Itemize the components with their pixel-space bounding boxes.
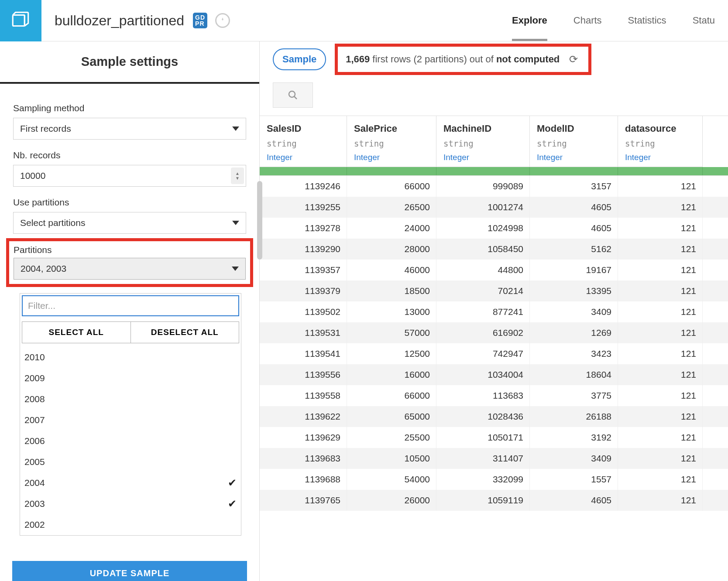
use-partitions-select[interactable]: Select partitions [13,212,246,234]
gdpr-badge: GD PR [193,13,207,28]
column-meaning[interactable]: Integer [443,153,522,162]
table-cell: 3775 [530,385,618,406]
table-cell: 1139502 [260,301,347,322]
column-search-input[interactable] [273,82,313,108]
partition-option[interactable]: 2007 [22,410,239,431]
sample-count: 1,669 [346,54,370,65]
table-cell: 25500 [347,427,436,448]
column-meaning[interactable]: Integer [354,153,429,162]
table-cell: 311407 [436,448,530,469]
table-cell: 4605 [530,218,618,239]
column-name: ModelID [537,123,611,134]
table-cell: 1139531 [260,322,347,343]
partitions-filter-input[interactable] [22,295,239,316]
partition-option-label: 2002 [24,519,45,530]
table-cell: 54000 [347,469,436,490]
table-cell: 121 [618,427,703,448]
table-row[interactable]: 1139246660009990893157121 [260,176,728,197]
table-row[interactable]: 113955616000103400418604121 [260,364,728,385]
app-header: bulldozer_partitioned GD PR Explore Char… [0,0,728,41]
table-row[interactable]: 11397652600010591194605121 [260,490,728,511]
partitions-label: Partitions [14,245,246,255]
table-cell: 1139558 [260,385,347,406]
table-cell: 65000 [347,406,436,427]
table-cell: 1001274 [436,197,530,218]
column-header[interactable]: MachineIDstringInteger [436,116,530,167]
use-partitions-value: Select partitions [20,218,85,228]
table-cell: 1139357 [260,260,347,280]
table-cell: 26188 [530,406,618,427]
update-sample-button[interactable]: UPDATE SAMPLE [12,561,247,581]
tab-statistics[interactable]: Statistics [615,0,680,41]
table-cell: 16000 [347,364,436,385]
table-cell: 19167 [530,260,618,280]
table-row[interactable]: 1139379185007021413395121 [260,280,728,301]
column-header[interactable]: ModelIDstringInteger [530,116,618,167]
sample-button[interactable]: Sample [273,48,326,70]
partition-option-label: 2003 [24,499,45,509]
tab-status[interactable]: Statu [680,0,728,41]
partitions-highlight: Partitions 2004, 2003 [6,238,253,287]
partitions-value: 2004, 2003 [21,263,66,274]
partition-option[interactable]: 2010 [22,347,239,368]
table-row[interactable]: 1139688540003320991557121 [260,469,728,490]
table-cell: 121 [618,239,703,260]
partition-option[interactable]: 2002 [22,514,239,535]
partition-option[interactable]: 2003✔ [22,493,239,514]
sampling-method-select[interactable]: First records [13,118,246,140]
column-header[interactable]: datasourcestringInteger [618,116,703,167]
column-meaning[interactable]: Integer [267,153,340,162]
partition-option[interactable]: 2008 [22,389,239,410]
table-row[interactable]: 11392552650010012744605121 [260,197,728,218]
tab-charts[interactable]: Charts [560,0,615,41]
column-storage-type: string [443,139,522,148]
partition-option[interactable]: 2004✔ [22,472,239,493]
table-cell: 999089 [436,176,530,197]
table-cell: 1139246 [260,176,347,197]
partition-option[interactable]: 2005 [22,451,239,472]
column-header[interactable]: SalePricestringInteger [347,116,436,167]
nb-records-input[interactable]: 10000 ▲▼ [13,165,246,187]
table-row[interactable]: 1139558660001136833775121 [260,385,728,406]
table-row[interactable]: 1139541125007429473423121 [260,343,728,364]
table-cell: 113683 [436,385,530,406]
column-meaning[interactable]: Integer [537,153,611,162]
svg-point-1 [289,91,295,97]
column-meaning[interactable]: Integer [625,153,695,162]
table-cell: 1139629 [260,427,347,448]
table-row[interactable]: 113962265000102843626188121 [260,406,728,427]
table-row[interactable]: 11396292550010501713192121 [260,427,728,448]
table-row[interactable]: 11392902800010584505162121 [260,239,728,260]
table-cell: 1269 [530,322,618,343]
table-cell: 18604 [530,364,618,385]
table-cell: 57000 [347,322,436,343]
table-row[interactable]: 1139502130008772413409121 [260,301,728,322]
table-row[interactable]: 11392782400010249984605121 [260,218,728,239]
table-cell: 121 [618,448,703,469]
use-partitions-label: Use partitions [13,197,246,208]
table-cell: 332099 [436,469,530,490]
chevron-down-icon [232,221,239,225]
table-cell: 1139255 [260,197,347,218]
table-cell: 121 [618,218,703,239]
select-all-button[interactable]: SELECT ALL [22,321,130,343]
partition-option[interactable]: 2009 [22,368,239,389]
deselect-all-button[interactable]: DESELECT ALL [130,321,240,343]
table-row[interactable]: 1139531570006169021269121 [260,322,728,343]
partitions-select[interactable]: 2004, 2003 [14,258,246,280]
hint-icon[interactable] [215,13,230,28]
quantity-stepper[interactable]: ▲▼ [231,167,244,184]
partition-option[interactable]: 2006 [22,431,239,451]
table-row[interactable]: 1139683105003114073409121 [260,448,728,469]
svg-line-2 [294,96,297,99]
tab-explore[interactable]: Explore [499,0,560,41]
column-header[interactable]: SalesIDstringInteger [260,116,347,167]
sample-settings-panel: Sample settings Sampling method First re… [0,41,260,581]
panel-resize-handle[interactable] [257,181,262,260]
refresh-icon[interactable]: ⟳ [569,53,578,65]
table-cell: 1028436 [436,406,530,427]
table-row[interactable]: 1139357460004480019167121 [260,260,728,280]
table-cell: 13395 [530,280,618,301]
table-cell: 3409 [530,448,618,469]
table-cell: 26000 [347,490,436,511]
